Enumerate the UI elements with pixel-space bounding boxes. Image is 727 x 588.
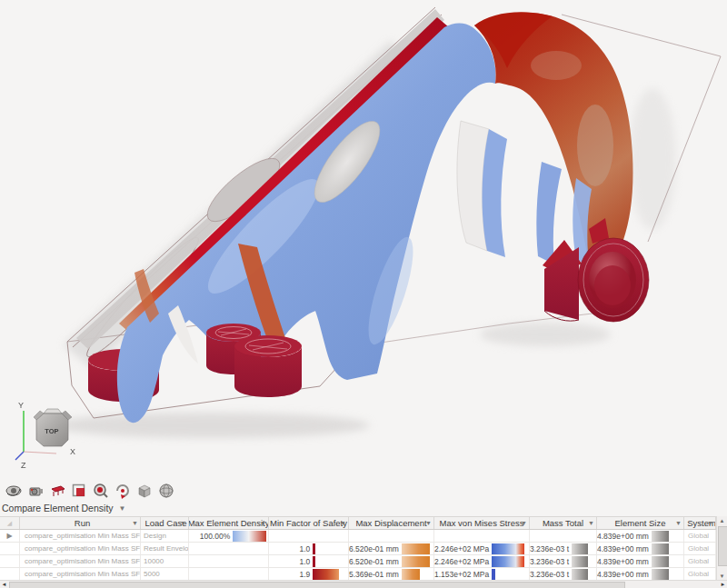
- cell-run: compare_optimisation Min Mass SF 1.2 (2): [20, 543, 141, 554]
- table-horizontal-scrollbar[interactable]: ◄ ►: [0, 580, 727, 588]
- cell-max-element-density: [189, 555, 269, 567]
- element-size-bar: [652, 569, 669, 580]
- cell-run: compare_optimisation Min Mass SF 1.2 (1): [20, 530, 141, 542]
- scroll-up-icon[interactable]: ▲: [717, 516, 727, 525]
- scroll-right-icon[interactable]: ►: [719, 581, 727, 588]
- displacement-bar: [402, 569, 421, 580]
- cell-min-fos: [269, 530, 349, 542]
- compare-dropdown[interactable]: Compare Element Density ▼: [2, 501, 125, 515]
- zoom-icon[interactable]: [91, 482, 110, 501]
- cell-system: Global: [684, 555, 716, 567]
- cell-run: compare_optimisation Min Mass SF 1.2 (2): [20, 555, 141, 567]
- sort-arrow-icon[interactable]: ▼: [340, 520, 346, 526]
- fos-bar: [313, 556, 315, 567]
- viewport-3d[interactable]: Y X Z TOP: [0, 0, 727, 480]
- sort-arrow-icon[interactable]: ▼: [675, 520, 682, 526]
- camera-icon[interactable]: [25, 482, 45, 501]
- sort-arrow-icon[interactable]: ▼: [425, 520, 432, 526]
- cell-max-displacement: 6.520e-01 mm: [349, 543, 434, 554]
- col-header-max-element-density[interactable]: Max Element Density▼: [189, 517, 269, 529]
- element-size-bar: [652, 543, 669, 554]
- col-header-element-size[interactable]: Element Size▼: [597, 517, 684, 529]
- displacement-bar: [402, 556, 431, 567]
- iso-cube-icon[interactable]: [134, 482, 154, 501]
- table-row[interactable]: compare_optimisation Min Mass SF 1.2 (2)…: [0, 555, 716, 568]
- col-header-run[interactable]: Run▼: [20, 517, 141, 529]
- element-size-bar: [652, 556, 669, 567]
- cell-mass-total: 3.236e-03 t: [530, 568, 597, 580]
- cell-element-size: 4.839e+00 mm: [597, 530, 684, 542]
- table-row[interactable]: compare_optimisation Min Mass SF 1.2 (2)…: [0, 568, 716, 581]
- fos-bar: [313, 569, 339, 580]
- col-header-max-displacement[interactable]: Max Displacement▼: [349, 517, 434, 529]
- stress-bar: [492, 556, 524, 567]
- perspective-globe-icon[interactable]: [156, 482, 175, 501]
- show-hide-icon[interactable]: [4, 482, 23, 501]
- mass-bar: [572, 543, 588, 554]
- table-row[interactable]: compare_optimisation Min Mass SF 1.2 (2)…: [0, 543, 716, 555]
- cell-max-von-mises: [434, 530, 530, 542]
- chevron-down-icon[interactable]: ▼: [119, 504, 126, 513]
- bearing-ring: [578, 238, 649, 322]
- cell-system: Global: [684, 543, 716, 554]
- arch-inner-opening: [457, 121, 507, 257]
- element-size-bar: [652, 531, 669, 542]
- cell-min-fos: 1.0: [269, 543, 349, 554]
- sort-arrow-icon[interactable]: ▼: [521, 520, 527, 526]
- cell-element-size: 4.839e+00 mm: [597, 568, 684, 580]
- vertical-scroll-thumb[interactable]: [718, 526, 727, 566]
- col-header-system[interactable]: System▼: [684, 517, 716, 529]
- comparison-table: ◢ Run▼ Load Case▼ Max Element Density▼ M…: [0, 516, 716, 581]
- cell-max-element-density: 100.00%: [189, 530, 269, 542]
- svg-text:Z: Z: [21, 461, 26, 470]
- cell-max-von-mises: 2.246e+02 MPa: [434, 543, 530, 554]
- base-cylinder-middle-front: [234, 335, 302, 397]
- displacement-bar: [402, 543, 431, 554]
- stress-bar: [492, 543, 524, 554]
- rotate-view-icon[interactable]: [113, 482, 132, 501]
- cell-min-fos: 1.9: [269, 568, 349, 580]
- table-header-row: ◢ Run▼ Load Case▼ Max Element Density▼ M…: [0, 516, 716, 530]
- corner-icon: ◢: [7, 520, 12, 527]
- view-cube-face-label: TOP: [45, 427, 58, 435]
- fos-bar: [313, 543, 315, 554]
- cell-max-von-mises: 2.246e+02 MPa: [434, 555, 530, 567]
- sort-arrow-icon[interactable]: ▼: [707, 520, 713, 526]
- view-toolbar: [4, 480, 175, 502]
- model-render: Y X Z TOP: [0, 0, 727, 480]
- cell-max-displacement: [349, 530, 434, 542]
- col-header-max-von-mises-stress[interactable]: Max von Mises Stress▼: [434, 517, 530, 529]
- col-header-load-case[interactable]: Load Case▼: [141, 517, 189, 529]
- corner-cell[interactable]: ◢: [0, 517, 20, 529]
- col-header-mass-total[interactable]: Mass Total▼: [530, 517, 597, 529]
- table-row[interactable]: ▶ compare_optimisation Min Mass SF 1.2 (…: [0, 530, 716, 543]
- stress-bar: [492, 569, 495, 580]
- cell-mass-total: [530, 530, 597, 542]
- cell-system: Global: [684, 568, 716, 580]
- sort-arrow-icon[interactable]: ▼: [588, 520, 594, 526]
- view-cube[interactable]: TOP: [34, 409, 72, 446]
- scroll-left-icon[interactable]: ◄: [0, 581, 8, 588]
- sort-arrow-icon[interactable]: ▼: [260, 520, 266, 526]
- svg-text:Y: Y: [18, 401, 24, 410]
- cell-max-displacement: 6.520e-01 mm: [349, 555, 434, 567]
- horizontal-scroll-thumb[interactable]: [9, 582, 625, 588]
- cell-max-element-density: [189, 568, 269, 580]
- cell-load-case: 5000: [141, 568, 189, 580]
- compare-label: Compare Element Density: [2, 503, 114, 513]
- cell-mass-total: 3.236e-03 t: [530, 543, 597, 554]
- svg-text:X: X: [70, 447, 75, 456]
- fit-window-icon[interactable]: [69, 482, 88, 501]
- cell-load-case: Result Envelope: [141, 543, 189, 554]
- col-header-min-factor-of-safety[interactable]: Min Factor of Safety▼: [269, 517, 349, 529]
- row-expander-icon[interactable]: ▶: [6, 532, 12, 540]
- app-window: Y X Z TOP: [0, 0, 727, 588]
- cell-min-fos: 1.0: [269, 555, 349, 567]
- cell-max-element-density: [189, 543, 269, 554]
- sort-arrow-icon[interactable]: ▼: [180, 520, 186, 526]
- move-tool-icon[interactable]: [47, 482, 66, 501]
- cell-run: compare_optimisation Min Mass SF 1.2 (2): [20, 568, 141, 580]
- sort-arrow-icon[interactable]: ▼: [132, 520, 138, 526]
- cell-element-size: 4.839e+00 mm: [597, 555, 684, 567]
- table-vertical-scrollbar[interactable]: ▲ ▼: [716, 516, 727, 581]
